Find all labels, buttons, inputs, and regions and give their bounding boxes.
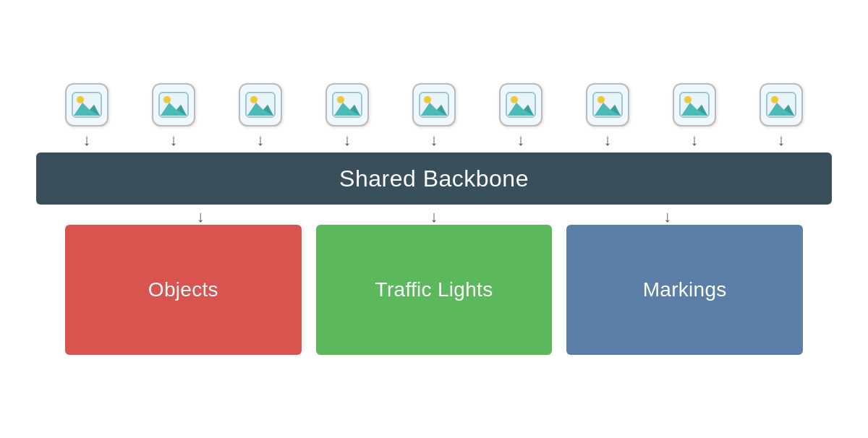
icon-col-7: ↓ (586, 83, 629, 148)
output-box-markings: Markings (566, 225, 803, 355)
arrow-4: ↓ (344, 132, 352, 148)
arrow-to-traffic: ↓ (430, 209, 438, 225)
arrow-5: ↓ (430, 132, 438, 148)
image-icon-3 (239, 83, 282, 126)
icon-col-1: ↓ (65, 83, 109, 148)
output-box-objects: Objects (65, 225, 302, 355)
backbone-bar: Shared Backbone (36, 153, 832, 205)
arrow-to-markings: ↓ (663, 209, 671, 225)
markings-label: Markings (643, 278, 727, 301)
svg-point-13 (337, 96, 344, 103)
output-arrows-row: ↓ ↓ ↓ (84, 207, 784, 225)
image-icon-svg-7 (592, 91, 624, 119)
image-icon-4 (326, 83, 369, 126)
diagram-container: ↓ ↓ ↓ (36, 83, 832, 355)
image-icon-svg-6 (505, 91, 537, 119)
image-icon-8 (673, 83, 716, 126)
arrow-to-objects: ↓ (197, 209, 205, 225)
image-icon-7 (586, 83, 629, 126)
output-arrow-markings: ↓ (663, 207, 671, 225)
image-icon-6 (499, 83, 542, 126)
svg-point-1 (77, 96, 84, 103)
image-icon-svg-9 (765, 91, 797, 119)
svg-point-9 (250, 96, 258, 103)
icons-row: ↓ ↓ ↓ (36, 83, 832, 148)
image-icon-5 (412, 83, 456, 126)
output-boxes-row: Objects Traffic Lights Markings (36, 225, 832, 355)
icon-col-5: ↓ (412, 83, 456, 148)
image-icon-svg-1 (71, 91, 103, 119)
image-icon-svg-4 (331, 91, 363, 119)
backbone-section: Shared Backbone (36, 153, 832, 205)
svg-point-5 (163, 96, 171, 103)
image-icon-1 (65, 83, 109, 126)
image-icon-svg-5 (418, 91, 450, 119)
arrow-2: ↓ (170, 132, 178, 148)
image-icon-svg-8 (678, 91, 710, 119)
arrow-9: ↓ (778, 132, 786, 148)
objects-label: Objects (148, 278, 218, 301)
arrow-1: ↓ (83, 132, 91, 148)
backbone-label: Shared Backbone (339, 166, 529, 192)
svg-point-33 (771, 96, 778, 103)
image-icon-2 (152, 83, 195, 126)
output-box-traffic-lights: Traffic Lights (316, 225, 553, 355)
arrow-3: ↓ (257, 132, 265, 148)
icon-col-9: ↓ (760, 83, 803, 148)
icon-col-8: ↓ (673, 83, 716, 148)
image-icon-svg-3 (244, 91, 276, 119)
svg-point-29 (684, 96, 692, 103)
traffic-lights-label: Traffic Lights (375, 278, 493, 301)
svg-point-17 (424, 96, 431, 103)
image-icon-9 (760, 83, 803, 126)
image-icon-svg-2 (158, 91, 190, 119)
svg-point-21 (511, 96, 518, 103)
icon-col-2: ↓ (152, 83, 195, 148)
arrow-6: ↓ (517, 132, 525, 148)
output-arrow-traffic: ↓ (430, 207, 438, 225)
arrow-8: ↓ (691, 132, 699, 148)
output-arrow-objects: ↓ (197, 207, 205, 225)
icon-col-4: ↓ (326, 83, 369, 148)
svg-point-25 (597, 96, 605, 103)
arrow-7: ↓ (604, 132, 612, 148)
icon-col-6: ↓ (499, 83, 542, 148)
icon-col-3: ↓ (239, 83, 282, 148)
